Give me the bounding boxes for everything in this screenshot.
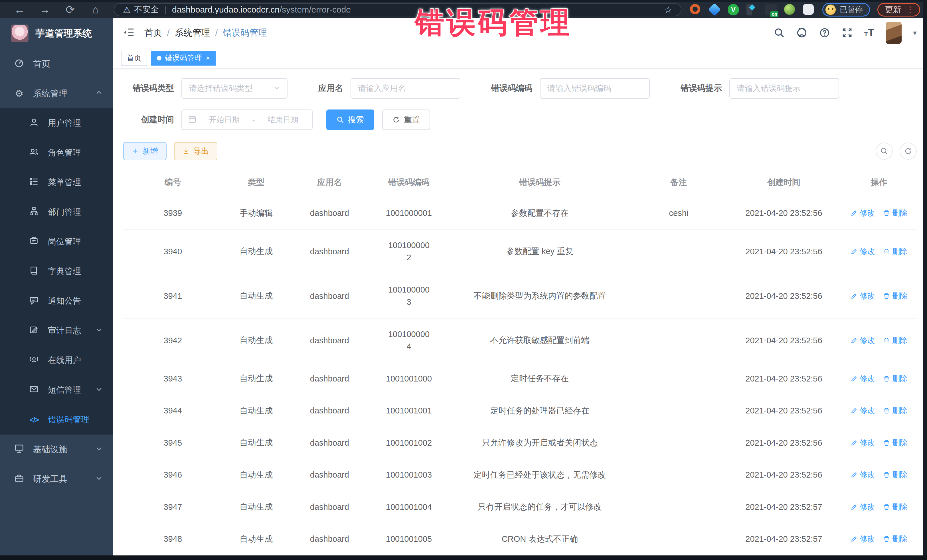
search-icon[interactable] bbox=[774, 27, 785, 38]
sidebar-item-online-users[interactable]: 在线用户 bbox=[0, 346, 113, 375]
delete-link[interactable]: 删除 bbox=[883, 373, 907, 384]
delete-link[interactable]: 删除 bbox=[883, 291, 907, 301]
org-tree-icon bbox=[29, 207, 40, 218]
extension-gem-icon[interactable] bbox=[709, 4, 720, 15]
reset-button[interactable]: 重置 bbox=[382, 109, 430, 130]
user-icon bbox=[29, 118, 40, 129]
sidebar-item-menus[interactable]: 菜单管理 bbox=[0, 168, 113, 197]
browser-forward-icon[interactable]: → bbox=[32, 4, 58, 15]
delete-link[interactable]: 删除 bbox=[883, 502, 907, 512]
delete-link[interactable]: 删除 bbox=[883, 246, 907, 256]
browser-home-icon[interactable]: ⌂ bbox=[83, 4, 108, 15]
sidebar-item-error-code[interactable]: </> 错误码管理 bbox=[0, 405, 113, 434]
breadcrumb-home[interactable]: 首页 bbox=[144, 27, 162, 39]
row-msg: 参数配置不存在 bbox=[449, 197, 631, 229]
edit-link[interactable]: 修改 bbox=[851, 335, 875, 346]
toggle-search-button[interactable] bbox=[876, 143, 893, 160]
row-note bbox=[631, 229, 726, 274]
sidebar-item-roles[interactable]: 角色管理 bbox=[0, 138, 113, 168]
row-id: 3943 bbox=[123, 363, 222, 395]
fullscreen-icon[interactable] bbox=[842, 27, 853, 38]
table-header-cell: 错误码编码 bbox=[369, 168, 448, 197]
delete-link[interactable]: 删除 bbox=[883, 534, 907, 544]
sidebar-item-infra[interactable]: 基础设施 bbox=[0, 434, 113, 464]
table-row: 3939手动编辑dashboard1001000001参数配置不存在ceshi2… bbox=[123, 197, 917, 229]
extension-donut-icon[interactable] bbox=[690, 4, 701, 15]
font-size-icon[interactable]: TT bbox=[864, 27, 874, 39]
user-avatar[interactable] bbox=[886, 22, 902, 44]
error-msg-input[interactable] bbox=[737, 84, 832, 93]
github-icon[interactable] bbox=[796, 27, 807, 38]
row-msg: 只允许修改为开启或者关闭状态 bbox=[449, 427, 631, 459]
row-msg: 定时任务的处理器已经存在 bbox=[449, 395, 631, 427]
row-app: dashboard bbox=[290, 197, 369, 229]
extension-key-icon[interactable] bbox=[784, 4, 795, 15]
edit-link[interactable]: 修改 bbox=[851, 534, 875, 544]
sidebar-item-posts[interactable]: 岗位管理 bbox=[0, 227, 113, 256]
add-button[interactable]: 新增 bbox=[123, 142, 167, 160]
row-type: 自动生成 bbox=[222, 274, 290, 318]
sidebar-item-dict[interactable]: 字典管理 bbox=[0, 256, 113, 286]
tag-close-icon[interactable]: × bbox=[206, 54, 210, 62]
app-logo[interactable]: 芋道管理系统 bbox=[0, 18, 113, 49]
extension-grid-icon[interactable] bbox=[746, 4, 758, 15]
help-icon[interactable] bbox=[819, 27, 830, 38]
refresh-button[interactable] bbox=[900, 143, 917, 160]
app-name-input[interactable] bbox=[358, 84, 453, 93]
error-type-select[interactable]: 请选择错误码类型 bbox=[181, 78, 287, 99]
export-button[interactable]: 导出 bbox=[174, 142, 217, 160]
tag-home[interactable]: 首页 bbox=[121, 51, 147, 65]
sidebar-collapse-icon[interactable] bbox=[123, 27, 135, 39]
edit-link[interactable]: 修改 bbox=[851, 502, 875, 512]
sidebar-item-audit-log[interactable]: 审计日志 bbox=[0, 316, 113, 346]
delete-link[interactable]: 删除 bbox=[883, 208, 907, 218]
edit-link[interactable]: 修改 bbox=[851, 470, 875, 480]
browser-reload-icon[interactable]: ⟳ bbox=[58, 4, 83, 15]
monitor-icon bbox=[14, 444, 24, 455]
row-actions: 修改删除 bbox=[842, 229, 917, 274]
profile-paused-badge[interactable]: 已暂停 bbox=[822, 3, 870, 17]
delete-link[interactable]: 删除 bbox=[883, 335, 907, 346]
browser-update-button[interactable]: 更新 ⋮ bbox=[877, 3, 920, 17]
sidebar-item-sms[interactable]: 短信管理 bbox=[0, 375, 113, 405]
breadcrumb-system[interactable]: 系统管理 bbox=[175, 27, 210, 39]
search-button[interactable]: 搜索 bbox=[326, 109, 374, 130]
edit-link[interactable]: 修改 bbox=[851, 373, 875, 384]
table-header-cell: 类型 bbox=[222, 168, 290, 197]
date-range-picker[interactable]: 开始日期 - 结束日期 bbox=[181, 109, 313, 130]
row-msg: 只有开启状态的任务，才可以修改 bbox=[449, 491, 631, 523]
extension-puzzle-icon[interactable] bbox=[803, 4, 815, 15]
row-actions: 修改删除 bbox=[842, 395, 917, 427]
table-header-cell: 创建时间 bbox=[726, 168, 841, 197]
delete-link[interactable]: 删除 bbox=[883, 405, 907, 416]
row-actions: 修改删除 bbox=[842, 459, 917, 491]
row-type: 自动生成 bbox=[222, 363, 290, 395]
sidebar-item-home[interactable]: 首页 bbox=[0, 49, 113, 79]
sidebar-item-dev-tools[interactable]: 研发工具 bbox=[0, 464, 113, 494]
edit-link[interactable]: 修改 bbox=[851, 438, 875, 448]
tag-error-code[interactable]: 错误码管理 × bbox=[151, 51, 216, 65]
delete-link[interactable]: 删除 bbox=[883, 438, 907, 448]
browser-back-icon[interactable]: ← bbox=[7, 4, 32, 15]
sidebar-item-system[interactable]: ⚙ 系统管理 bbox=[0, 79, 113, 108]
sidebar-item-users[interactable]: 用户管理 bbox=[0, 108, 113, 138]
edit-link[interactable]: 修改 bbox=[851, 291, 875, 301]
bookmark-star-icon[interactable]: ☆ bbox=[664, 4, 672, 15]
row-note bbox=[631, 523, 726, 555]
security-label[interactable]: 不安全 bbox=[134, 4, 159, 15]
error-code-input[interactable] bbox=[547, 84, 642, 93]
avatar-caret-icon[interactable]: ▾ bbox=[913, 29, 917, 37]
extension-green-icon[interactable]: V bbox=[728, 4, 739, 15]
row-code: 1001001004 bbox=[369, 491, 448, 523]
edit-link[interactable]: 修改 bbox=[851, 208, 875, 218]
row-actions: 修改删除 bbox=[842, 523, 917, 555]
browser-menu-kebab-icon[interactable]: ⋮ bbox=[906, 6, 914, 14]
edit-link[interactable]: 修改 bbox=[851, 405, 875, 416]
address-bar[interactable]: ⚠ 不安全 dashboard.yudao.iocoder.cn /system… bbox=[114, 3, 681, 16]
sidebar-item-departments[interactable]: 部门管理 bbox=[0, 197, 113, 227]
delete-link[interactable]: 删除 bbox=[883, 470, 907, 480]
toolbox-icon bbox=[14, 473, 24, 485]
sidebar-item-notice[interactable]: 通知公告 bbox=[0, 286, 113, 316]
edit-link[interactable]: 修改 bbox=[851, 246, 875, 256]
extension-switch-icon[interactable] bbox=[765, 4, 777, 15]
